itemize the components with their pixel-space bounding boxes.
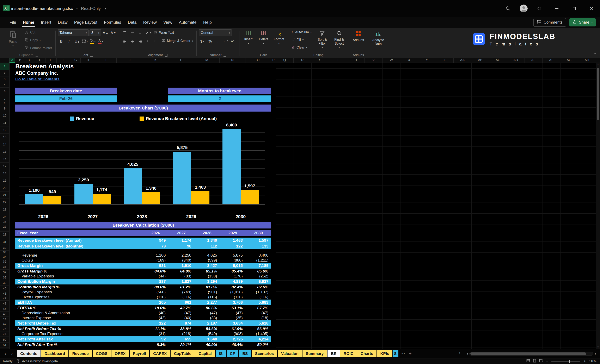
cell-value[interactable]: (549) bbox=[194, 331, 220, 336]
increase-indent-icon[interactable] bbox=[153, 38, 159, 44]
row-header-25[interactable]: 25 bbox=[0, 220, 9, 223]
sort-filter-button[interactable]: Sort & Filter ▾ bbox=[314, 29, 330, 50]
column-header-W[interactable]: W bbox=[383, 58, 400, 63]
cell-value[interactable]: (218) bbox=[169, 331, 194, 336]
cell-value[interactable]: (47) bbox=[194, 310, 220, 315]
horizontal-scrollbar[interactable]: ◂ ▸ bbox=[466, 352, 597, 355]
row-header-50[interactable]: 50 bbox=[0, 337, 9, 343]
cell-value[interactable]: 887 bbox=[143, 279, 169, 284]
row-label[interactable]: Fixed Expenses bbox=[15, 295, 143, 300]
cell-value[interactable]: 85.6% bbox=[246, 269, 271, 274]
column-header-V[interactable]: V bbox=[365, 58, 383, 63]
sheet-tab-payroll[interactable]: Payroll bbox=[130, 350, 149, 357]
year-header-2026[interactable]: 2026 bbox=[143, 230, 169, 236]
percent-format-button[interactable]: % bbox=[206, 38, 214, 45]
menu-view[interactable]: View bbox=[160, 17, 176, 28]
horizontal-scrollbar-track[interactable] bbox=[469, 352, 593, 355]
align-top-icon[interactable] bbox=[121, 29, 128, 36]
year-header-2029[interactable]: 2029 bbox=[220, 230, 246, 236]
column-header-L[interactable]: L bbox=[168, 58, 194, 63]
column-header-D[interactable]: D bbox=[35, 58, 46, 63]
cell-value[interactable]: 81.2% bbox=[169, 284, 194, 290]
cell-value[interactable]: (33) bbox=[194, 315, 220, 320]
row-header-10[interactable]: 10 bbox=[0, 112, 9, 119]
column-header-S[interactable]: S bbox=[311, 58, 329, 63]
cell-value[interactable]: 4,025 bbox=[194, 253, 220, 258]
year-header-2028[interactable]: 2028 bbox=[194, 230, 220, 236]
cell-value[interactable]: (1,137) bbox=[246, 290, 271, 295]
menu-insert[interactable]: Insert bbox=[38, 17, 55, 28]
row-header-42[interactable]: 42 bbox=[0, 296, 9, 300]
scroll-down-icon[interactable]: ▼ bbox=[597, 346, 599, 348]
column-header-A[interactable]: A bbox=[9, 58, 15, 63]
column-header-C[interactable]: C bbox=[25, 58, 35, 63]
row-header-5[interactable]: 5 bbox=[0, 88, 9, 94]
months-to-breakeven-value[interactable]: 2 bbox=[168, 95, 271, 102]
align-center-icon[interactable] bbox=[129, 38, 136, 44]
cell-value[interactable]: (1,405) bbox=[246, 331, 271, 336]
cell-value[interactable]: 1,174 bbox=[169, 237, 194, 243]
column-header-T[interactable]: T bbox=[329, 58, 347, 63]
cell-value[interactable]: 66.9% bbox=[246, 326, 271, 331]
cell-value[interactable]: 67.7% bbox=[246, 305, 271, 310]
cell-value[interactable]: 2,197 bbox=[194, 320, 220, 326]
cell-value[interactable]: 54.6% bbox=[194, 326, 220, 331]
cell-value[interactable]: 29.1% bbox=[169, 342, 194, 347]
row-header-33[interactable]: 33 bbox=[0, 251, 9, 254]
cell-value[interactable]: (901) bbox=[194, 290, 220, 295]
column-header-K[interactable]: K bbox=[143, 58, 168, 63]
dialog-launcher-icon[interactable] bbox=[224, 54, 226, 57]
cell-value[interactable]: 5,015 bbox=[220, 263, 246, 269]
delete-cells-button[interactable]: Delete ▾ bbox=[257, 29, 271, 46]
row-label[interactable]: Corporate Tax Expense bbox=[15, 331, 143, 336]
row-label[interactable]: Interest Expense bbox=[15, 315, 143, 320]
cell-value[interactable]: 18.6% bbox=[143, 305, 169, 310]
italic-button[interactable]: I bbox=[66, 38, 73, 45]
cell-value[interactable]: 112 bbox=[194, 243, 220, 249]
cell-value[interactable]: 1,910 bbox=[169, 263, 194, 269]
sheet-tab-charts[interactable]: Charts bbox=[357, 350, 376, 357]
cell-value[interactable]: 84.9% bbox=[169, 269, 194, 274]
decrease-font-button[interactable]: A▼ bbox=[110, 29, 117, 36]
menu-automate[interactable]: Automate bbox=[176, 17, 200, 28]
cell-value[interactable]: (31) bbox=[143, 331, 169, 336]
zoom-slider-thumb[interactable] bbox=[569, 360, 570, 363]
align-right-icon[interactable] bbox=[137, 38, 144, 44]
minimize-button[interactable] bbox=[551, 3, 562, 14]
row-label[interactable]: Net Profit After Tax bbox=[15, 336, 143, 342]
cell-value[interactable]: 6,937 bbox=[246, 279, 271, 284]
format-painter-button[interactable]: Format Painter bbox=[24, 45, 53, 51]
calc-title-banner[interactable]: Breakeven Calculation ($'000) bbox=[15, 222, 271, 228]
vertical-scrollbar-thumb[interactable] bbox=[597, 68, 599, 120]
cell-value[interactable]: 40.9% bbox=[194, 342, 220, 347]
row-header-37[interactable]: 37 bbox=[0, 270, 9, 275]
column-header-AB[interactable]: AB bbox=[471, 58, 489, 63]
row-header-32[interactable]: 32 bbox=[0, 245, 9, 251]
cell-value[interactable]: 63.1% bbox=[220, 305, 246, 310]
sheet-tab-contents[interactable]: Contents bbox=[17, 350, 40, 357]
column-header-N[interactable]: N bbox=[220, 58, 245, 63]
cell-value[interactable]: 42.7% bbox=[169, 305, 194, 310]
page-title[interactable]: Breakeven Analysis bbox=[15, 63, 74, 70]
borders-button[interactable]: ▾ bbox=[81, 38, 88, 45]
row-label[interactable]: EBITDA % bbox=[15, 305, 143, 310]
cell-value[interactable]: 122 bbox=[220, 243, 246, 249]
sheet-tab-revenue[interactable]: Revenue bbox=[69, 350, 92, 357]
cell-value[interactable]: 949 bbox=[143, 237, 169, 243]
cell-value[interactable]: 7,189 bbox=[246, 263, 271, 269]
align-left-icon[interactable] bbox=[121, 38, 128, 44]
cut-button[interactable]: Cut bbox=[24, 29, 53, 36]
sheet-tab-scenarios[interactable]: Scenarios bbox=[252, 350, 277, 357]
row-header-24[interactable]: 24 bbox=[0, 213, 9, 220]
insert-cells-button[interactable]: Insert ▾ bbox=[242, 29, 255, 46]
cell-value[interactable]: (40) bbox=[169, 315, 194, 320]
row-header-20[interactable]: 20 bbox=[0, 184, 9, 191]
menu-home[interactable]: Home bbox=[19, 17, 38, 28]
avatar[interactable] bbox=[520, 5, 528, 12]
scroll-up-icon[interactable]: ▲ bbox=[597, 63, 599, 66]
cell-value[interactable]: (116) bbox=[169, 295, 194, 300]
row-header-36[interactable]: 36 bbox=[0, 264, 9, 270]
row-header-14[interactable]: 14 bbox=[0, 141, 9, 148]
increase-font-button[interactable]: A▲ bbox=[102, 29, 109, 36]
page-layout-view-icon[interactable] bbox=[533, 359, 536, 364]
